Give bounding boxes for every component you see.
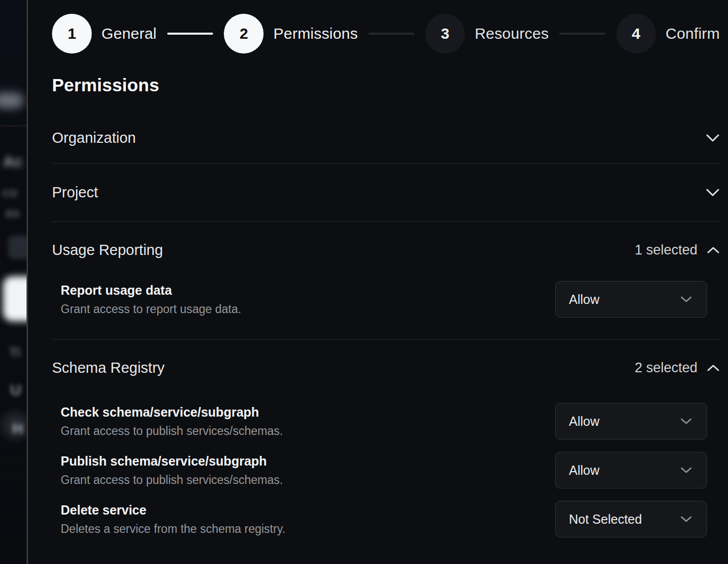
step-label: Confirm xyxy=(666,25,720,42)
step-label: General xyxy=(101,25,157,42)
permission-select[interactable]: Not Selected xyxy=(555,501,707,537)
permissions-accordion: Organization Project Usage Reporting 1 s… xyxy=(52,112,720,559)
step-connector xyxy=(369,33,414,35)
selected-count-badge: 2 selected xyxy=(635,360,697,376)
section-header-schema-registry[interactable]: Schema Registry 2 selected xyxy=(52,340,720,396)
permission-title: Delete service xyxy=(61,503,285,518)
blurred-text-fragment: U xyxy=(10,381,21,399)
permission-row: Delete service Deletes a service from th… xyxy=(52,501,720,537)
step-label: Permissions xyxy=(273,25,358,42)
permission-select[interactable]: Allow xyxy=(555,452,707,489)
step-number-badge: 1 xyxy=(52,14,92,54)
permission-select[interactable]: Allow xyxy=(555,281,707,318)
select-value: Not Selected xyxy=(569,512,642,527)
permission-row: Publish schema/service/subgraph Grant ac… xyxy=(52,452,720,489)
permission-description: Grant access to publish services/schemas… xyxy=(61,473,283,487)
permission-description: Grant access to publish services/schemas… xyxy=(61,424,283,438)
select-value: Allow xyxy=(569,414,600,429)
blurred-text-fragment: co xyxy=(2,185,17,200)
chevron-down-icon xyxy=(680,467,692,474)
blurred-text-fragment: as xyxy=(5,205,20,221)
section-title: Project xyxy=(52,184,98,201)
permission-select[interactable]: Allow xyxy=(555,403,707,440)
permission-row: Check schema/service/subgraph Grant acce… xyxy=(52,403,720,440)
permission-row: Report usage data Grant access to report… xyxy=(52,281,720,318)
page-title: Permissions xyxy=(52,75,720,95)
step-label: Resources xyxy=(475,25,549,42)
chevron-up-icon xyxy=(707,364,720,372)
step-permissions[interactable]: 2 Permissions xyxy=(224,14,358,54)
select-value: Allow xyxy=(569,463,600,478)
section-title: Organization xyxy=(52,130,136,146)
blurred-icon-tile xyxy=(8,236,28,259)
wizard-stepper: 1 General 2 Permissions 3 Resources 4 Co… xyxy=(52,14,720,54)
chevron-up-icon xyxy=(707,246,720,254)
step-number-badge: 4 xyxy=(616,14,656,54)
step-number-badge: 3 xyxy=(425,14,465,54)
step-confirm[interactable]: 4 Confirm xyxy=(616,14,720,54)
step-number-badge: 2 xyxy=(224,14,264,54)
permission-title: Publish schema/service/subgraph xyxy=(61,454,283,469)
permission-title: Check schema/service/subgraph xyxy=(61,405,283,420)
section-title: Schema Registry xyxy=(52,360,165,376)
chevron-down-icon xyxy=(680,418,692,425)
chevron-down-icon xyxy=(680,516,692,523)
blurred-text-fragment: Ac xyxy=(3,153,22,170)
blurred-text-fragment: H xyxy=(12,420,23,438)
section-schema-registry: Schema Registry 2 selected Check schema/… xyxy=(52,340,720,559)
section-header-project[interactable]: Project xyxy=(52,164,720,221)
step-general[interactable]: 1 General xyxy=(52,14,157,54)
step-connector xyxy=(167,33,213,35)
permission-description: Deletes a service from the schema regist… xyxy=(61,522,285,536)
section-title: Usage Reporting xyxy=(52,242,163,259)
blurred-text-fragment: Ti xyxy=(9,345,21,361)
permission-description: Grant access to report usage data. xyxy=(61,302,241,316)
step-resources[interactable]: 3 Resources xyxy=(425,14,549,54)
blurred-divider xyxy=(0,125,28,126)
step-connector xyxy=(559,33,605,35)
select-value: Allow xyxy=(569,292,600,307)
blurred-logo-tile xyxy=(3,276,28,321)
blurred-sidebar-smudge xyxy=(0,93,23,108)
selected-count-badge: 1 selected xyxy=(635,242,697,258)
wizard-panel: 1 General 2 Permissions 3 Resources 4 Co… xyxy=(30,0,728,564)
section-header-organization[interactable]: Organization xyxy=(52,112,720,163)
background-sidebar: Ac co as Ti U H xyxy=(0,0,28,564)
chevron-down-icon xyxy=(706,134,720,142)
section-usage-reporting: Usage Reporting 1 selected Report usage … xyxy=(52,222,720,339)
section-header-usage-reporting[interactable]: Usage Reporting 1 selected xyxy=(52,222,720,278)
chevron-down-icon xyxy=(706,188,720,197)
chevron-down-icon xyxy=(680,296,692,303)
permission-title: Report usage data xyxy=(61,283,241,298)
